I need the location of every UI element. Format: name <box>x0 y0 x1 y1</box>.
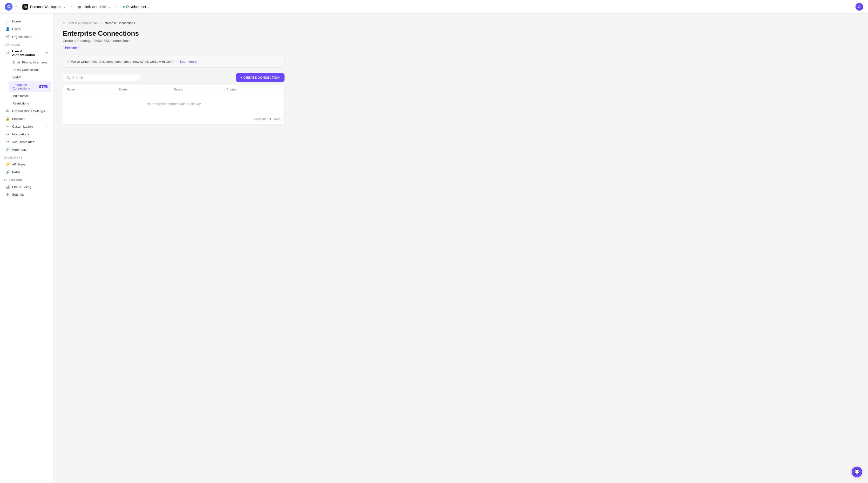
sidebar-item-sessions[interactable]: 🔒 Sessions <box>1 115 51 123</box>
app-chevron-icon: ⌄ <box>108 5 111 8</box>
app-selector[interactable]: ▦ clerk-test Free ⌄ <box>75 3 113 10</box>
user-auth-label: User & Authentication <box>12 50 44 57</box>
settings-icon: ⚙ <box>5 192 10 197</box>
api-keys-icon: 🔑 <box>5 162 10 166</box>
shield-icon: 🛡 <box>5 51 10 55</box>
breadcrumb-separator: / <box>100 21 100 25</box>
api-keys-label: API Keys <box>12 162 26 166</box>
pagination-previous[interactable]: Previous <box>254 117 267 121</box>
workspace-selector[interactable]: 🎭 Personal Workspace ⌄ <box>21 3 67 10</box>
search-box: 🔍 <box>63 73 140 82</box>
home-icon: ⌂ <box>5 19 10 23</box>
col-status: Status <box>115 85 170 94</box>
users-icon: 👤 <box>5 27 10 31</box>
sidebar-item-paths[interactable]: 🔗 Paths <box>1 168 51 176</box>
sidebar-item-restrictions[interactable]: Restrictions <box>9 100 51 107</box>
sidebar-item-home[interactable]: ⌂ Home <box>1 18 51 25</box>
page-subtitle: Create and manage SAML SSO connections <box>63 39 284 43</box>
create-connection-button[interactable]: + CREATE CONNECTION <box>236 73 284 82</box>
page-title: Enterprise Connections <box>63 30 284 37</box>
info-icon: ℹ <box>67 59 69 64</box>
sidebar-item-webhooks[interactable]: 🔗 Webhooks <box>1 146 51 153</box>
settings-label: Settings <box>12 193 24 197</box>
table-empty-row: No enterprise connections to display <box>63 94 284 114</box>
email-phone-label: Email, Phone, Username <box>12 61 48 64</box>
integrations-label: Integrations <box>12 132 29 136</box>
user-auth-submenu: Email, Phone, Username Social Connection… <box>0 59 53 107</box>
sidebar-item-email-phone[interactable]: Email, Phone, Username <box>9 59 51 66</box>
avatar[interactable]: A <box>856 3 863 10</box>
chat-widget[interactable]: 💬 <box>851 466 862 477</box>
organizations-icon: 🏛 <box>5 35 10 39</box>
clerk-logo: C <box>5 3 12 10</box>
multi-factor-label: Multi-factor <box>12 94 28 98</box>
sidebar: ⌂ Home 👤 Users 🏛 Organizations CONFIGURE… <box>0 13 53 483</box>
table-header-row: Name Status Users Created <box>63 85 284 94</box>
configure-section-label: CONFIGURE <box>0 40 53 48</box>
plan-billing-icon: 📊 <box>5 185 10 189</box>
env-label: Development <box>126 5 146 9</box>
breadcrumb-shield-icon: 🛡 <box>63 22 66 25</box>
breadcrumb-parent[interactable]: User & Authentication <box>67 21 98 25</box>
info-text: We've written helpful documentation abou… <box>71 60 174 63</box>
paths-label: Paths <box>12 170 21 174</box>
sidebar-item-social-connections[interactable]: Social Connections <box>9 66 51 73</box>
premium-badge: Premium <box>63 46 80 50</box>
sessions-icon: 🔒 <box>5 117 10 121</box>
pagination-next[interactable]: Next <box>274 117 280 121</box>
sep1: / <box>16 4 17 9</box>
workspace-chevron-icon: ⌄ <box>63 5 66 8</box>
toolbar: 🔍 + CREATE CONNECTION <box>63 73 284 82</box>
enterprise-connections-label: Enterprise Connections <box>12 83 36 90</box>
org-settings-label: Organizations Settings <box>12 109 45 113</box>
sidebar-item-jwt-templates[interactable]: ⚙ JWT Templates <box>1 138 51 146</box>
env-dot-icon <box>123 6 125 8</box>
app-icon: ▦ <box>78 4 82 9</box>
sidebar-item-integrations[interactable]: ⚙ Integrations <box>1 130 51 138</box>
sessions-label: Sessions <box>12 117 25 121</box>
col-created: Created <box>222 85 284 94</box>
info-box: ℹ We've written helpful documentation ab… <box>63 56 284 67</box>
learn-more-link[interactable]: Learn more <box>180 60 197 63</box>
jwt-icon: ⚙ <box>5 140 10 144</box>
sidebar-item-users[interactable]: 👤 Users <box>1 25 51 33</box>
sidebar-item-api-keys[interactable]: 🔑 API Keys <box>1 160 51 168</box>
sidebar-item-settings[interactable]: ⚙ Settings <box>1 190 51 198</box>
col-users: Users <box>170 85 222 94</box>
sep2: / <box>71 4 72 9</box>
sidebar-item-enterprise-connections[interactable]: Enterprise Connections Beta <box>9 81 51 92</box>
sidebar-item-customization[interactable]: ✏ Customization › <box>1 123 51 130</box>
customization-label: Customization <box>12 125 33 128</box>
plan-billing-label: Plan & Billing <box>12 185 31 189</box>
sidebar-group-user-auth[interactable]: 🛡 User & Authentication ▾ <box>1 48 51 59</box>
webhooks-icon: 🔗 <box>5 148 10 152</box>
sidebar-item-plan-billing[interactable]: 📊 Plan & Billing <box>1 183 51 190</box>
sidebar-users-label: Users <box>12 27 21 31</box>
create-connection-label: + CREATE CONNECTION <box>241 76 280 79</box>
search-icon: 🔍 <box>66 76 70 80</box>
customization-icon: ✏ <box>5 124 10 128</box>
search-input[interactable] <box>72 76 136 80</box>
env-chevron-icon: ⌄ <box>148 5 150 8</box>
layout: ⌂ Home 👤 Users 🏛 Organizations CONFIGURE… <box>0 13 868 483</box>
sep3: / <box>116 4 117 9</box>
jwt-label: JWT Templates <box>12 140 34 144</box>
pagination-page-number: 1 <box>269 117 271 121</box>
customization-arrow-icon: › <box>46 125 48 128</box>
connections-table: Name Status Users Created No enterprise … <box>63 85 284 124</box>
beta-badge: Beta <box>39 85 48 88</box>
org-settings-icon: 🏛 <box>5 109 10 113</box>
chat-icon: 💬 <box>854 469 860 475</box>
sidebar-item-organizations[interactable]: 🏛 Organizations <box>1 33 51 40</box>
free-badge: Free <box>99 5 107 8</box>
workspace-icon: 🎭 <box>23 4 28 10</box>
sidebar-item-web3[interactable]: Web3 <box>9 73 51 81</box>
breadcrumb-current: Enterprise Connections <box>102 21 135 25</box>
environment-selector[interactable]: Development ⌄ <box>121 4 152 10</box>
sidebar-item-org-settings[interactable]: 🏛 Organizations Settings <box>1 107 51 115</box>
restrictions-label: Restrictions <box>12 101 29 105</box>
app-name: clerk-test <box>84 5 97 9</box>
sidebar-item-multi-factor[interactable]: Multi-factor <box>9 92 51 100</box>
topbar: C / 🎭 Personal Workspace ⌄ / ▦ clerk-tes… <box>0 0 868 13</box>
paths-icon: 🔗 <box>5 170 10 174</box>
